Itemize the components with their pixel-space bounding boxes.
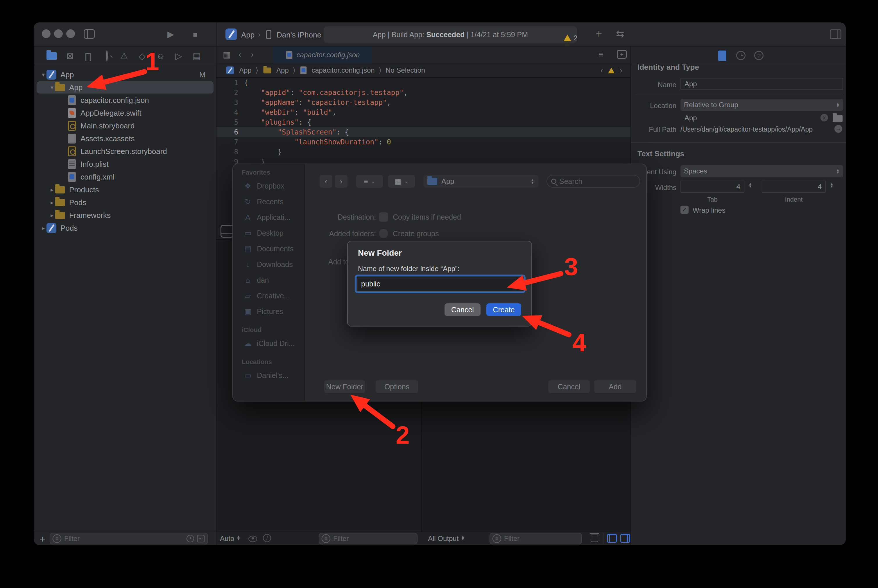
console-filter-input[interactable]: ≡ Filter (489, 533, 582, 544)
location-dropdown[interactable]: Relative to Group▲▼ (680, 99, 843, 111)
indent-width-field[interactable]: 4 (762, 181, 826, 193)
tree-item-products[interactable]: ▸Products (34, 183, 216, 196)
show-variables-view-icon[interactable] (607, 534, 617, 543)
code-line-1[interactable]: 1{ (216, 78, 630, 88)
indent-width-stepper[interactable]: ▲▼ (830, 183, 833, 188)
print-description-icon[interactable]: i (263, 534, 271, 542)
list-view-button[interactable]: ≡⌄ (356, 175, 383, 188)
wrap-lines-checkbox[interactable]: ✓ (680, 206, 689, 214)
prev-issue-icon[interactable]: ‹ (600, 66, 603, 75)
show-console-icon[interactable] (620, 534, 630, 543)
stop-button[interactable]: ■ (193, 30, 198, 39)
sidebar-item-applicati-[interactable]: AApplicati... (233, 211, 305, 224)
tree-item-launchscreen-storyboard[interactable]: LaunchScreen.storyboard (34, 145, 216, 158)
breakpoints-icon[interactable]: ▷ (173, 51, 184, 62)
symbols-icon[interactable]: ∏ (83, 51, 93, 62)
sidebar-item-dan[interactable]: ⌂dan (233, 273, 305, 287)
clear-group-icon[interactable]: x (821, 114, 828, 122)
reports-icon[interactable]: ▤ (191, 51, 202, 62)
scheme-name[interactable]: App (241, 30, 255, 39)
add-file-button[interactable]: + (39, 533, 45, 545)
tree-item-main-storyboard[interactable]: Main.storyboard (34, 119, 216, 132)
dialog-create-button[interactable]: Create (486, 303, 521, 316)
sidebar-item-icloud-dri-[interactable]: ☁iCloud Dri... (233, 337, 305, 350)
disclosure-open-icon[interactable]: ▾ (49, 84, 55, 91)
search-input[interactable]: Search (546, 175, 640, 188)
code-line-5[interactable]: 5 "plugins": { (216, 117, 630, 127)
zoom-button[interactable] (66, 29, 75, 38)
options-button[interactable]: Options (376, 380, 418, 393)
code-line-8[interactable]: 8 } (216, 147, 630, 157)
sidebar-item-recents[interactable]: ↻Recents (233, 195, 305, 208)
clear-console-icon[interactable] (591, 534, 598, 542)
disclosure-closed-icon[interactable]: ▸ (49, 186, 55, 193)
recent-files-icon[interactable] (186, 535, 194, 542)
history-inspector-icon[interactable] (736, 51, 746, 60)
code-line-4[interactable]: 4 "webDir": "build", (216, 108, 630, 117)
sidebar-item-creative-[interactable]: ▱Creative... (233, 289, 305, 302)
minimap-icon[interactable]: ≡ (599, 50, 603, 59)
folder-name-input[interactable]: public (356, 276, 524, 291)
breadcrumb-item[interactable]: capacitor.config.json (311, 66, 375, 74)
back-icon[interactable]: ‹ (239, 50, 241, 59)
new-folder-button[interactable]: New Folder (324, 380, 365, 393)
hide-debug-area-icon[interactable] (221, 225, 234, 238)
breadcrumb-item[interactable]: App (239, 66, 252, 74)
quick-help-icon[interactable]: ? (754, 51, 764, 60)
current-folder-dropdown[interactable]: App ▲▼ (423, 175, 538, 188)
tab-width-field[interactable]: 4 (680, 181, 744, 193)
forward-button[interactable]: › (335, 175, 347, 188)
tree-item-info-plist[interactable]: Info.plist (34, 158, 216, 171)
minimize-button[interactable] (54, 29, 63, 38)
forward-icon[interactable]: › (251, 50, 254, 59)
tree-item-app[interactable]: ▾AppM (34, 68, 216, 81)
code-line-7[interactable]: 7 "launchShowDuration": 0 (216, 137, 630, 147)
disclosure-closed-icon[interactable]: ▸ (40, 225, 47, 231)
choose-folder-icon[interactable] (833, 115, 842, 122)
tree-item-pods[interactable]: ▸Pods (34, 196, 216, 209)
source-control-status-icon[interactable]: +- (197, 535, 204, 542)
editor-grid-icon[interactable]: ▦ (223, 50, 230, 60)
console-output-dropdown[interactable]: All Output▲▼ (428, 534, 465, 543)
editor-arrows-icon[interactable]: ⇆ (616, 29, 624, 38)
breadcrumb-item[interactable]: No Selection (386, 66, 425, 74)
warning-icon[interactable] (608, 68, 614, 73)
tab-capacitor-config[interactable]: capacitor.config.json (273, 46, 372, 63)
tree-item-assets-xcassets[interactable]: Assets.xcassets (34, 132, 216, 145)
tree-item-appdelegate-swift[interactable]: AppDelegate.swift (34, 106, 216, 119)
sidebar-item-documents[interactable]: ▤Documents (233, 242, 305, 255)
open-path-arrow-icon[interactable]: → (834, 125, 842, 133)
disclosure-closed-icon[interactable]: ▸ (49, 199, 55, 206)
tree-item-pods[interactable]: ▸Pods (34, 222, 216, 234)
breadcrumb-item[interactable]: App (276, 66, 289, 74)
sidebar-item-pictures[interactable]: ▣Pictures (233, 305, 305, 318)
code-line-2[interactable]: 2 "appId": "com.capacitorjs.testapp", (216, 88, 630, 98)
variables-filter-input[interactable]: ≡ Filter (319, 533, 417, 544)
indent-using-dropdown[interactable]: Spaces▲▼ (680, 165, 843, 177)
tree-item-config-xml[interactable]: config.xml (34, 171, 216, 183)
add-editor-icon[interactable]: + (617, 50, 627, 58)
create-groups-radio[interactable] (379, 229, 388, 238)
icon-view-button[interactable]: ▦⌄ (388, 175, 415, 188)
sidebar-item-daniel-s-[interactable]: ▭Daniel's... (233, 369, 305, 382)
back-button[interactable]: ‹ (320, 175, 332, 188)
dialog-cancel-button[interactable]: Cancel (444, 303, 480, 316)
code-line-3[interactable]: 3 "appName": "capacitor-testapp", (216, 98, 630, 108)
disclosure-open-icon[interactable]: ▾ (40, 71, 47, 78)
sidebar-item-desktop[interactable]: ▭Desktop (233, 226, 305, 240)
find-icon[interactable] (101, 51, 111, 62)
source-control-icon[interactable]: ⊠ (65, 51, 75, 62)
run-button[interactable]: ▶ (167, 30, 174, 39)
sheet-cancel-button[interactable]: Cancel (548, 380, 590, 393)
close-button[interactable] (42, 29, 51, 38)
issues-icon[interactable]: ⚠ (119, 51, 129, 62)
tree-item-frameworks[interactable]: ▸Frameworks (34, 209, 216, 222)
tree-item-app[interactable]: ▾App (34, 81, 216, 94)
tree-item-capacitor-config-json[interactable]: capacitor.config.json (34, 94, 216, 106)
project-navigator-icon[interactable] (47, 52, 57, 60)
sheet-add-button[interactable]: Add (594, 380, 636, 393)
add-editor-tab-button[interactable]: + (596, 29, 602, 38)
navigator-filter-input[interactable]: ≡ Filter +- (50, 533, 208, 544)
tab-width-stepper[interactable]: ▲▼ (749, 183, 752, 188)
file-inspector-icon[interactable] (718, 51, 726, 61)
